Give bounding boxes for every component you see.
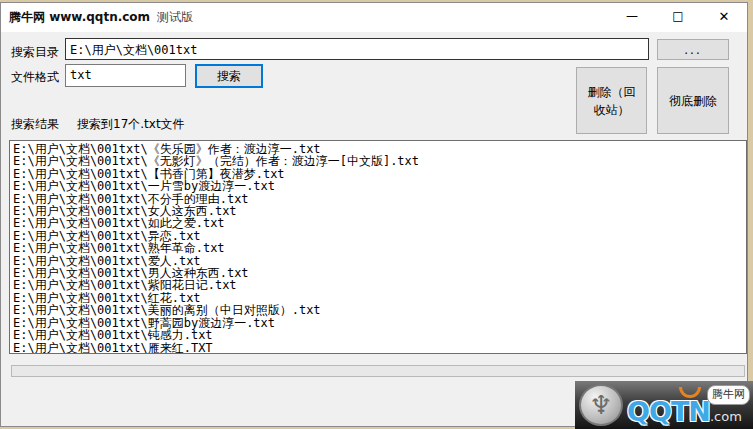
file-list-item[interactable]: E:\用户\文档\001txt\美丽的离别（中日对照版）.txt <box>13 304 746 316</box>
browse-button[interactable]: ... <box>657 39 729 60</box>
close-icon: ✕ <box>719 9 730 24</box>
file-list-item[interactable]: E:\用户\文档\001txt\紫阳花日记.txt <box>13 279 746 291</box>
app-window: 腾牛网 www.qqtn.com 测试版 — □ ✕ 搜索目录 E:\用户\文档… <box>0 2 748 427</box>
progress-bar <box>11 365 745 377</box>
results-label: 搜索结果 <box>11 116 59 133</box>
delete-to-recycle-button[interactable]: 删除（回收站） <box>576 67 647 134</box>
file-format-input[interactable]: txt <box>65 64 186 87</box>
watermark-brand-suffix: .com <box>710 409 742 424</box>
qqtn-watermark: ♆ QQTN.com 腾牛网 <box>575 381 753 429</box>
minimize-icon: — <box>626 9 638 23</box>
file-list-item[interactable]: E:\用户\文档\001txt\一片雪by渡边淳一.txt <box>13 180 746 192</box>
maximize-icon: □ <box>672 9 683 23</box>
close-button[interactable]: ✕ <box>701 3 747 31</box>
search-directory-input[interactable]: E:\用户\文档\001txt <box>65 38 649 60</box>
file-format-label: 文件格式 <box>11 69 59 86</box>
qqtn-logo-icon: ♆ <box>579 384 623 426</box>
window-controls: — □ ✕ <box>609 3 747 31</box>
watermark-bubble: 腾牛网 <box>707 385 750 405</box>
delete-permanently-button[interactable]: 彻底删除 <box>657 67 729 134</box>
file-list-item[interactable]: E:\用户\文档\001txt\雁来红.TXT <box>13 342 746 354</box>
search-directory-label: 搜索目录 <box>11 44 59 61</box>
file-list-item[interactable]: E:\用户\文档\001txt\钝感力.txt <box>13 329 746 341</box>
minimize-button[interactable]: — <box>609 3 655 31</box>
file-list-item[interactable]: E:\用户\文档\001txt\《无影灯》（完结）作者：渡边淳一[中文版].tx… <box>13 155 746 167</box>
file-list-item[interactable]: E:\用户\文档\001txt\熟年革命.txt <box>13 242 746 254</box>
search-button[interactable]: 搜索 <box>195 64 263 88</box>
watermark-brand: QQTN <box>627 396 710 427</box>
window-title-suffix: 测试版 <box>157 9 193 26</box>
window-title: 腾牛网 www.qqtn.com <box>9 9 150 26</box>
maximize-button[interactable]: □ <box>655 3 701 31</box>
file-list-item[interactable]: E:\用户\文档\001txt\如此之爱.txt <box>13 217 746 229</box>
titlebar: 腾牛网 www.qqtn.com 测试版 — □ ✕ <box>1 3 747 32</box>
results-summary: 搜索到17个.txt文件 <box>77 116 185 133</box>
results-listbox[interactable]: E:\用户\文档\001txt\《失乐园》作者：渡边淳一.txt E:\用户\文… <box>9 140 747 354</box>
